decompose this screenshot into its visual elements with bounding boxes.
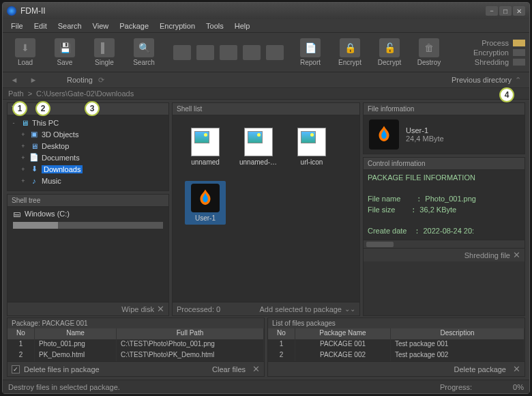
file-size: 24,4 MByte: [406, 135, 444, 143]
report-icon: 📄: [300, 38, 321, 57]
control-information-panel: Control information PACKAGE FILE INFORMA…: [363, 157, 525, 316]
delete-package-button[interactable]: ✕: [513, 364, 520, 374]
table-row[interactable]: 2PK_Demo.htmlC:\TEST\Photo\PK_Demo.html: [8, 350, 264, 361]
previous-directory-button[interactable]: ⌃: [512, 74, 524, 85]
tree-item-downloads[interactable]: +⬇Downloads: [10, 163, 166, 175]
list-packages-header: List of files packages: [268, 318, 524, 328]
mini-button-2[interactable]: [196, 45, 214, 60]
shell-item-unnamed-12[interactable]: unnamed-12...: [238, 125, 279, 169]
hotspot-1: 1: [12, 101, 27, 116]
mini-button-5[interactable]: [266, 45, 284, 60]
control-information-header: Control information: [364, 158, 524, 170]
clear-files-button[interactable]: ✕: [252, 364, 260, 374]
shredding-file-label: Shredding file: [464, 251, 510, 259]
downloads-icon: ⬇: [29, 165, 39, 173]
desktop-icon: 🖥: [29, 141, 39, 150]
close-button[interactable]: ✕: [513, 6, 525, 16]
menu-search[interactable]: Search: [53, 20, 87, 31]
menu-view[interactable]: View: [87, 20, 115, 31]
documents-icon: 📄: [29, 153, 39, 162]
main-area: Tree -🖥This PC +▣3D Objects +🖥Desktop +📄…: [3, 100, 529, 317]
hotspot-2: 2: [35, 101, 50, 116]
shell-tree-header: Shell tree: [8, 195, 168, 207]
previous-directory-label: Previous directory: [452, 76, 512, 84]
file-information-header: File information: [364, 103, 524, 115]
shell-item-url-icon[interactable]: url-icon: [291, 125, 332, 169]
report-button[interactable]: 📄Report: [292, 35, 329, 70]
load-button[interactable]: ⬇Load: [7, 35, 44, 70]
mini-button-4[interactable]: [243, 45, 261, 60]
search-button[interactable]: 🔍Search: [125, 35, 162, 70]
shell-item-unnamed[interactable]: unnamed: [185, 125, 226, 169]
shell-tree-panel: Shell tree 🖴Windows (C:) Wipe disk✕: [7, 194, 169, 316]
tree-item-3d-objects[interactable]: +▣3D Objects: [10, 128, 166, 140]
bottom-panels: Package: PACKAGE 001 No Name Full Path 1…: [3, 317, 529, 380]
shredding-file-button[interactable]: ✕: [513, 250, 520, 260]
rooting-label: Rooting: [67, 76, 93, 84]
menu-edit[interactable]: Edit: [29, 20, 53, 31]
shredding-indicator-icon: [513, 59, 525, 66]
music-icon: ♪: [29, 176, 39, 185]
menu-package[interactable]: Package: [114, 20, 154, 31]
process-indicator-icon: [513, 40, 525, 46]
pc-icon: 🖥: [20, 118, 29, 127]
wipe-disk-button[interactable]: ✕: [157, 304, 164, 314]
mini-button-3[interactable]: [220, 45, 237, 60]
save-icon: 💾: [55, 38, 75, 57]
hotspot-4: 4: [499, 87, 514, 102]
menu-encryption[interactable]: Encryption: [154, 20, 201, 31]
encrypt-icon: 🔒: [340, 38, 360, 57]
image-file-icon: [244, 128, 273, 156]
file-name: User-1: [406, 126, 444, 135]
progress-value: 0%: [513, 383, 524, 391]
tree-item-desktop[interactable]: +🖥Desktop: [10, 140, 166, 152]
encryption-indicator-icon: [513, 49, 525, 56]
decrypt-button[interactable]: 🔓Decrypt: [371, 35, 408, 70]
forward-button[interactable]: ►: [27, 74, 40, 85]
save-button[interactable]: 💾Save: [46, 35, 83, 70]
table-row[interactable]: 1Photo_001.pngC:\TEST\Photo\Photo_001.pn…: [8, 339, 264, 350]
image-file-icon: [297, 128, 326, 156]
menu-file[interactable]: File: [5, 20, 29, 31]
delete-files-label: Delete files in package: [24, 365, 100, 373]
shell-tree-body: 🖴Windows (C:): [8, 207, 168, 302]
single-button[interactable]: ▌Single: [86, 35, 123, 70]
file-information-panel: File information User-1 24,4 MByte: [363, 102, 525, 154]
shell-list-header: Shell list: [173, 103, 359, 115]
encrypt-button[interactable]: 🔒Encrypt: [331, 35, 368, 70]
folder-icon: ▣: [29, 130, 39, 139]
toolbar: ⬇Load 💾Save ▌Single 🔍Search 📄Report 🔒Enc…: [3, 33, 529, 72]
table-row[interactable]: 2PACKAGE 002Test package 002: [268, 350, 524, 361]
add-selected-button[interactable]: ⌄⌄: [344, 305, 355, 313]
tree-item-documents[interactable]: +📄Documents: [10, 152, 166, 163]
navbar: ◄ ► Rooting ⟳ Previous directory ⌃: [3, 72, 529, 87]
flame-icon: [191, 184, 220, 212]
refresh-button[interactable]: ⟳: [95, 74, 108, 85]
tree-item-music[interactable]: +♪Music: [10, 175, 166, 186]
app-window: FDM-II － □ ✕ File Edit Search View Packa…: [2, 2, 530, 394]
scrollbar-horizontal[interactable]: [364, 240, 524, 248]
destroy-button[interactable]: 🗑Destroy: [411, 35, 447, 70]
mini-button-1[interactable]: [173, 45, 191, 60]
shell-list-body: unnamed unnamed-12... url-icon User-1: [173, 115, 359, 302]
app-title: FDM-II: [20, 6, 486, 16]
menu-tools[interactable]: Tools: [201, 20, 229, 31]
package-panel: Package: PACKAGE 001 No Name Full Path 1…: [7, 317, 265, 377]
minimize-button[interactable]: －: [486, 6, 498, 16]
drive-row[interactable]: 🖴Windows (C:): [8, 207, 168, 221]
shell-list-panel: Shell list unnamed unnamed-12... url-ico…: [172, 102, 360, 316]
status-message: Destroy files in selected package.: [8, 383, 120, 391]
tree-item-this-pc[interactable]: -🖥This PC: [10, 117, 166, 128]
maximize-button[interactable]: □: [499, 6, 512, 16]
shell-item-user-1[interactable]: User-1: [185, 181, 226, 225]
package-header: Package: PACKAGE 001: [8, 318, 264, 328]
back-button[interactable]: ◄: [8, 74, 20, 85]
statusbar: Destroy files in selected package. Progr…: [3, 380, 529, 393]
file-thumbnail-icon: [369, 119, 399, 150]
load-icon: ⬇: [15, 38, 35, 57]
titlebar: FDM-II － □ ✕: [3, 3, 529, 19]
table-row[interactable]: 1PACKAGE 001Test package 001: [268, 339, 524, 350]
delete-files-checkbox[interactable]: ✓: [12, 365, 20, 373]
drive-usage-bar: [13, 222, 163, 229]
menu-help[interactable]: Help: [229, 20, 256, 31]
